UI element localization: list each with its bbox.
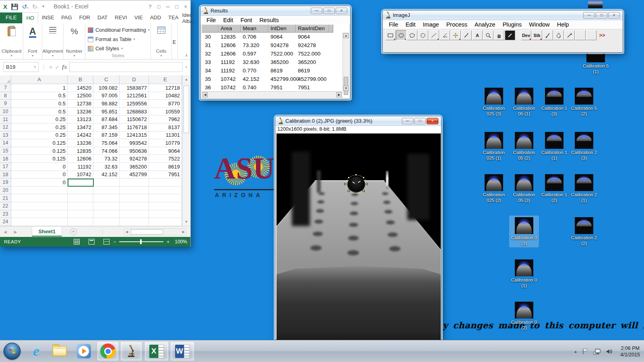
row-header[interactable]: 12	[0, 123, 11, 132]
cell[interactable]: 10742	[68, 171, 93, 179]
cell[interactable]: 12835	[68, 147, 93, 155]
cell[interactable]: 8619	[149, 163, 182, 171]
excel-title-bar[interactable]: X 💾 ↺▾ ↻▾ ▾ Book1 - Excel ? □ ─ □ ×	[0, 0, 190, 12]
cell[interactable]: 0	[11, 171, 68, 179]
insert-function-icon[interactable]: fx	[62, 64, 67, 70]
scroll-right-icon[interactable]: ▶	[336, 92, 342, 97]
imagej-title-bar[interactable]: ImageJ ─ □ ×	[383, 10, 623, 20]
column-header[interactable]: D	[120, 75, 149, 84]
ribbon-tab[interactable]: ADD	[147, 12, 165, 23]
desktop-icon-calibration-1-3[interactable]: Calibration 1(3)	[540, 88, 569, 117]
desktop-icon-calibration-2-1[interactable]: Calibration 2(1)	[570, 174, 599, 203]
vertical-scrollbar[interactable]: ▲ ▼	[182, 75, 190, 226]
taskbar-excel-button[interactable]: X	[145, 342, 168, 360]
active-cell-outline[interactable]	[68, 179, 94, 187]
cell[interactable]	[93, 179, 120, 187]
cell[interactable]	[11, 187, 68, 195]
polygon-tool[interactable]	[407, 30, 417, 40]
cell[interactable]	[11, 210, 68, 218]
arrow-tool[interactable]	[564, 30, 575, 40]
point-tool[interactable]: ▾	[450, 30, 461, 40]
cell[interactable]: 0	[11, 179, 68, 187]
angle-tool[interactable]	[440, 30, 450, 40]
desktop-icon-calibration-0-1[interactable]: Calibration 0(1)	[510, 259, 539, 288]
horizontal-scrollbar[interactable]: ◀ ▶	[202, 91, 343, 98]
scrollbar-thumb[interactable]	[131, 229, 163, 234]
cell[interactable]: 0.25	[11, 123, 68, 132]
row-header[interactable]: 23	[0, 210, 11, 218]
cell[interactable]: 1583877	[120, 84, 149, 92]
menu-item[interactable]: File	[203, 16, 219, 24]
close-button[interactable]: ×	[184, 4, 187, 10]
cell[interactable]	[68, 187, 93, 195]
flood-fill-tool[interactable]	[553, 30, 564, 40]
desktop-icon-calibration-025-3[interactable]: Calibration025 (3)	[479, 88, 508, 117]
cell[interactable]	[149, 194, 182, 202]
cell[interactable]: 32.63	[93, 163, 120, 171]
minimize-button[interactable]: ─	[166, 4, 169, 10]
cell[interactable]	[149, 218, 182, 226]
taskbar-word-button[interactable]: W	[171, 342, 194, 360]
cell[interactable]: 13236	[68, 108, 93, 116]
cell[interactable]: 0.25	[11, 115, 68, 123]
cell[interactable]: 1	[11, 84, 68, 92]
cell[interactable]: 42.152	[93, 171, 120, 179]
cell[interactable]: 0.5	[11, 92, 68, 100]
cell[interactable]: 97.005	[93, 92, 120, 100]
rectangle-tool[interactable]: ▾	[385, 30, 396, 40]
cell[interactable]	[93, 210, 120, 218]
dev-tool[interactable]: Dev▾	[521, 30, 531, 40]
row-header[interactable]: 9	[0, 100, 11, 108]
cell[interactable]: 0.5	[11, 108, 68, 116]
selection-handle[interactable]	[363, 177, 365, 179]
format-as-table-button[interactable]: Format as Table▾	[85, 35, 151, 44]
help-button[interactable]: ?	[149, 4, 151, 10]
save-icon[interactable]: 💾	[11, 4, 19, 10]
table-row[interactable]: 34111920.77086198619	[202, 66, 343, 75]
zoom-level[interactable]: 100%	[175, 239, 187, 245]
table-row[interactable]: 30128350.70690649064	[202, 33, 343, 41]
ribbon-tab[interactable]: DAT	[94, 12, 111, 23]
close-button[interactable]: ×	[427, 118, 438, 124]
oval-tool-selected[interactable]: ▾	[396, 30, 407, 40]
row-header[interactable]: 19	[0, 179, 11, 187]
cell[interactable]: 13123	[68, 115, 93, 123]
column-header[interactable]: IntDen	[268, 25, 296, 33]
selection-handle[interactable]	[363, 190, 365, 192]
scrollbar-thumb[interactable]	[184, 86, 189, 133]
desktop-icon-calibration-2-3[interactable]: Calibration 2(3)	[570, 132, 599, 161]
zoom-out-icon[interactable]: −	[114, 239, 116, 244]
taskbar-explorer-button[interactable]	[49, 342, 70, 360]
cell[interactable]: 0.125	[11, 155, 68, 163]
scroll-left-icon[interactable]: ◀	[202, 92, 208, 97]
zoom-in-icon[interactable]: +	[167, 239, 169, 244]
ribbon-tab[interactable]: FOR	[76, 12, 94, 23]
close-button[interactable]: ×	[336, 8, 347, 14]
cell[interactable]: 0.25	[11, 132, 68, 140]
menu-item[interactable]: Image	[419, 21, 442, 29]
ribbon-display-button[interactable]: □	[157, 4, 160, 10]
cell[interactable]: 14242	[68, 132, 93, 140]
cell[interactable]	[120, 202, 149, 210]
menu-item[interactable]: Edit	[402, 21, 419, 29]
cell[interactable]: 10779	[149, 139, 182, 147]
column-header[interactable]: E	[149, 75, 182, 84]
table-row[interactable]: 311260673.320924278924278	[202, 41, 343, 49]
scroll-down-icon[interactable]: ▼	[182, 220, 190, 224]
maximize-button[interactable]: □	[323, 8, 335, 14]
menu-item[interactable]: Font	[237, 16, 256, 24]
cell[interactable]: 75.064	[93, 139, 120, 147]
cell[interactable]	[149, 210, 182, 218]
sheet-prev-icon[interactable]: ◀	[0, 230, 10, 234]
desktop-icon-calibration-025-2[interactable]: Calibration025 (2)	[479, 174, 508, 203]
row-header[interactable]: 20	[0, 187, 11, 195]
row-header[interactable]: 13	[0, 132, 11, 140]
desktop-icon-calibration-05-3[interactable]: Calibration05 (3)	[510, 174, 539, 203]
cell[interactable]: 95.851	[93, 108, 120, 116]
menu-item[interactable]: Help	[553, 21, 573, 29]
menu-item[interactable]: Results	[256, 16, 282, 24]
brush-tool[interactable]	[543, 30, 553, 40]
desktop-icon-calibration-05-2[interactable]: Calibration05 (2)	[510, 132, 539, 161]
tab-home-active[interactable]: HO	[22, 12, 38, 23]
taskbar-ie-button[interactable]: e	[26, 342, 47, 360]
